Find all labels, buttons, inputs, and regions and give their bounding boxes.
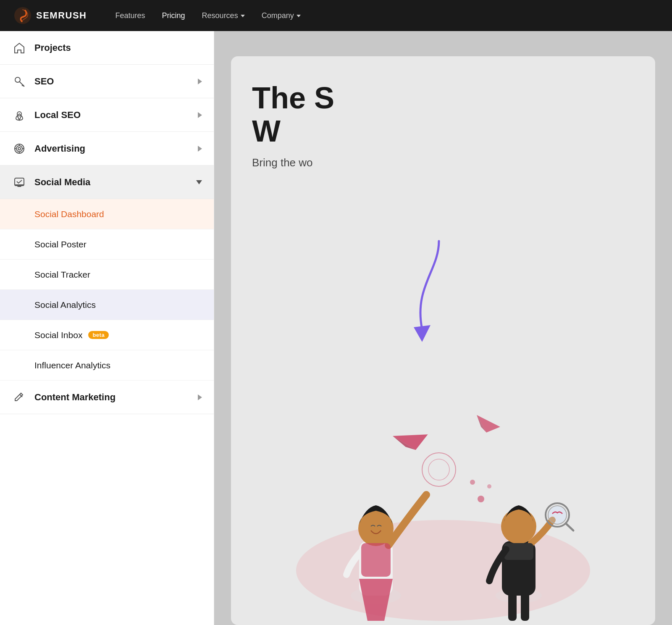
svg-point-38 xyxy=(487,484,491,488)
hero-illustration xyxy=(231,352,655,625)
social-dashboard-label: Social Dashboard xyxy=(34,209,104,219)
nav-pricing[interactable]: Pricing xyxy=(162,11,185,20)
sidebar-projects-label: Projects xyxy=(34,42,202,53)
sidebar-social-media-label: Social Media xyxy=(34,177,189,188)
nav-links: Features Pricing Resources Company xyxy=(116,11,301,20)
company-chevron-icon xyxy=(297,15,301,17)
sidebar-item-advertising[interactable]: Advertising xyxy=(0,132,214,165)
content-marketing-chevron-icon xyxy=(198,394,202,400)
sidebar-item-projects[interactable]: Projects xyxy=(0,31,214,65)
sidebar: Projects SEO xyxy=(0,31,214,625)
sidebar-local-seo-label: Local SEO xyxy=(34,110,190,121)
svg-rect-35 xyxy=(508,591,517,621)
advertising-chevron-icon xyxy=(198,146,202,152)
sidebar-item-content-marketing[interactable]: Content Marketing xyxy=(0,381,214,414)
sidebar-item-local-seo[interactable]: Local SEO xyxy=(0,98,214,132)
logo-text: SEMRUSH xyxy=(36,10,87,21)
hero-illustration-svg xyxy=(231,352,655,625)
home-icon xyxy=(12,40,27,55)
sidebar-subitem-social-inbox[interactable]: Social Inbox beta xyxy=(0,320,214,350)
influencer-analytics-label: Influencer Analytics xyxy=(34,360,110,370)
edit-icon xyxy=(12,390,27,405)
social-icon xyxy=(12,175,27,190)
svg-point-8 xyxy=(18,147,21,150)
sidebar-seo-label: SEO xyxy=(34,76,190,87)
pin-icon xyxy=(12,108,27,123)
svg-point-22 xyxy=(422,453,456,486)
sidebar-subitem-social-analytics[interactable]: Social Analytics xyxy=(0,290,214,320)
social-tracker-label: Social Tracker xyxy=(34,270,90,280)
sidebar-subitem-social-tracker[interactable]: Social Tracker xyxy=(0,260,214,290)
sidebar-subitem-influencer-analytics[interactable]: Influencer Analytics xyxy=(0,350,214,381)
svg-rect-27 xyxy=(361,543,391,577)
svg-point-32 xyxy=(548,506,567,524)
svg-line-33 xyxy=(566,523,573,530)
svg-point-37 xyxy=(478,496,484,502)
sidebar-item-seo[interactable]: SEO xyxy=(0,65,214,98)
nav-resources[interactable]: Resources xyxy=(202,11,245,20)
sidebar-advertising-label: Advertising xyxy=(34,143,190,154)
local-seo-chevron-icon xyxy=(198,112,202,118)
svg-rect-36 xyxy=(521,591,529,621)
logo[interactable]: SEMRUSH xyxy=(13,6,87,25)
nav-company[interactable]: Company xyxy=(262,11,301,20)
seo-chevron-icon xyxy=(198,79,202,84)
hero-card: The SW Bring the wo xyxy=(231,56,655,625)
key-icon xyxy=(12,74,27,89)
social-media-chevron-icon xyxy=(196,180,202,184)
sidebar-content-marketing-label: Content Marketing xyxy=(34,392,190,403)
main-content: Projects SEO xyxy=(0,31,672,625)
svg-point-7 xyxy=(16,146,22,152)
navbar: SEMRUSH Features Pricing Resources Compa… xyxy=(0,0,672,31)
svg-point-17 xyxy=(296,520,590,621)
social-media-subitems: Social Dashboard Social Poster Social Tr… xyxy=(0,199,214,381)
svg-point-23 xyxy=(428,459,449,480)
hero-section: The SW Bring the wo xyxy=(214,31,672,625)
sidebar-subitem-social-poster[interactable]: Social Poster xyxy=(0,229,214,260)
resources-chevron-icon xyxy=(241,15,245,17)
sidebar-item-social-media[interactable]: Social Media xyxy=(0,165,214,199)
social-poster-label: Social Poster xyxy=(34,239,87,249)
nav-features[interactable]: Features xyxy=(116,11,145,20)
svg-point-1 xyxy=(15,77,20,82)
svg-point-30 xyxy=(501,509,536,544)
semrush-logo-icon xyxy=(13,6,32,25)
sidebar-subitem-social-dashboard[interactable]: Social Dashboard xyxy=(0,199,214,229)
hero-title: The SW xyxy=(252,81,634,148)
svg-point-39 xyxy=(470,480,475,485)
social-analytics-label: Social Analytics xyxy=(34,300,96,310)
social-inbox-label: Social Inbox xyxy=(34,330,82,340)
target-icon xyxy=(12,141,27,156)
beta-badge: beta xyxy=(88,331,109,339)
hero-subtitle: Bring the wo xyxy=(252,156,634,169)
